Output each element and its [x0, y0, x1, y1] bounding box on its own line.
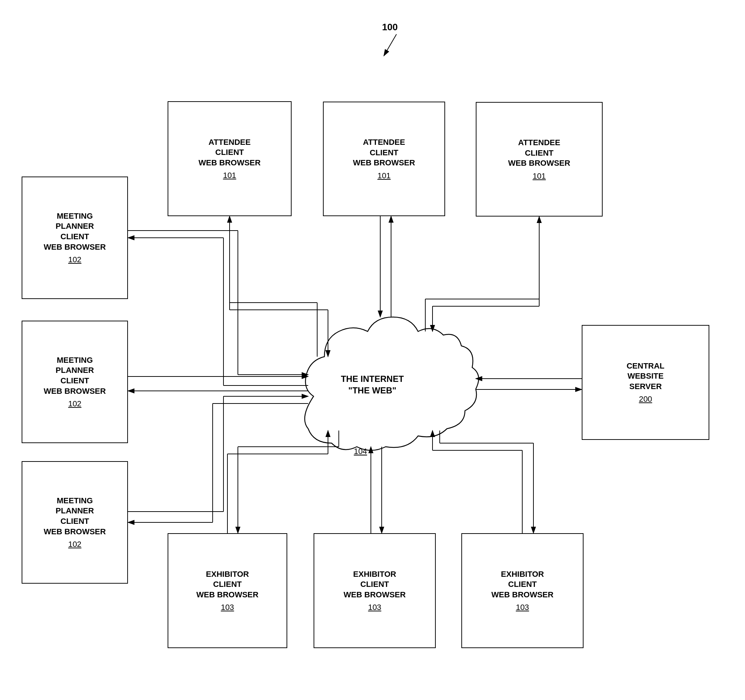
attendee-client-1: ATTENDEECLIENTWEB BROWSER 101 [168, 101, 292, 216]
exhibitor-client-1: EXHIBITORCLIENTWEB BROWSER 103 [168, 533, 287, 648]
meeting2-label: MEETINGPLANNERCLIENTWEB BROWSER [43, 355, 106, 396]
meeting2-id: 102 [68, 399, 81, 409]
central-id: 200 [639, 394, 652, 404]
meeting-planner-2: MEETINGPLANNERCLIENTWEB BROWSER 102 [22, 321, 128, 443]
internet-label2: "THE WEB" [348, 385, 396, 395]
internet-cloud: THE INTERNET "THE WEB" 104 [305, 317, 479, 456]
attendee2-id: 101 [377, 171, 391, 181]
exhibitor1-id: 103 [221, 603, 234, 612]
meeting3-id: 102 [68, 540, 81, 549]
attendee3-label: ATTENDEECLIENTWEB BROWSER [508, 137, 570, 169]
internet-label1: THE INTERNET [341, 374, 404, 384]
exhibitor2-id: 103 [368, 603, 381, 612]
attendee1-id: 101 [223, 171, 236, 180]
meeting3-label: MEETINGPLANNERCLIENTWEB BROWSER [43, 496, 106, 537]
exhibitor2-label: EXHIBITORCLIENTWEB BROWSER [344, 569, 405, 600]
exhibitor3-label: EXHIBITORCLIENTWEB BROWSER [491, 569, 553, 600]
exhibitor-client-2: EXHIBITORCLIENTWEB BROWSER 103 [314, 533, 436, 648]
attendee2-label: ATTENDEECLIENTWEB BROWSER [353, 137, 415, 168]
central-label: CENTRALWEBSITESERVER [627, 361, 664, 392]
attendee3-id: 101 [533, 172, 546, 181]
meeting1-label: MEETINGPLANNERCLIENTWEB BROWSER [43, 211, 106, 252]
cloud-id: 104 [354, 447, 367, 456]
attendee-client-3: ATTENDEECLIENTWEB BROWSER 101 [476, 102, 603, 216]
meeting-planner-3: MEETINGPLANNERCLIENTWEB BROWSER 102 [22, 461, 128, 584]
attendee1-label: ATTENDEECLIENTWEB BROWSER [199, 137, 260, 168]
meeting-planner-1: MEETINGPLANNERCLIENTWEB BROWSER 102 [22, 176, 128, 299]
exhibitor1-label: EXHIBITORCLIENTWEB BROWSER [196, 569, 259, 600]
diagram: 100 ATTENDEECLIENTWEB BROWSER 101 ATTEND… [0, 0, 745, 700]
meeting1-id: 102 [68, 255, 81, 264]
svg-line-2 [384, 34, 396, 56]
exhibitor3-id: 103 [516, 603, 529, 612]
ref-100: 100 [382, 22, 398, 33]
exhibitor-client-3: EXHIBITORCLIENTWEB BROWSER 103 [461, 533, 583, 648]
attendee-client-2: ATTENDEECLIENTWEB BROWSER 101 [323, 101, 445, 216]
central-website-server: CENTRALWEBSITESERVER 200 [582, 325, 709, 440]
